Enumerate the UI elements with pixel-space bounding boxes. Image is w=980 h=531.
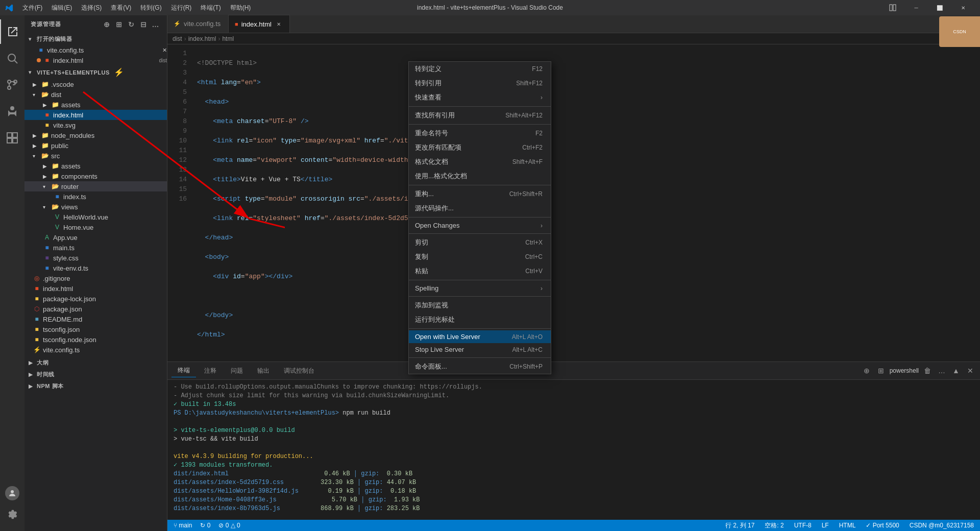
file-style-css[interactable]: ■ style.css — [24, 253, 167, 263]
file-package-lock-json[interactable]: ■ package-lock.json — [24, 294, 167, 304]
close-panel-btn[interactable]: ✕ — [965, 365, 976, 376]
ctx-add-watch[interactable]: 添加到监视 — [409, 298, 551, 312]
window-controls[interactable]: ─ ⬜ ✕ — [881, 0, 975, 15]
line-ending[interactable]: LF — [820, 522, 831, 529]
open-file-index-html[interactable]: ■ index.html dist — [24, 55, 167, 65]
ctx-rename[interactable]: 重命名符号F2 — [409, 126, 551, 140]
ctx-format-with[interactable]: 使用...格式化文档 — [409, 169, 551, 183]
folder-src-router[interactable]: ▾ 📂 router — [24, 181, 167, 191]
file-package-json[interactable]: ⬡ package.json — [24, 304, 167, 314]
extensions-activity-icon[interactable] — [0, 126, 24, 150]
ctx-copy[interactable]: 复制Ctrl+C — [409, 250, 551, 264]
menu-bar[interactable]: 文件(F) 编辑(E) 选择(S) 查看(V) 转到(G) 运行(R) 终端(T… — [18, 2, 255, 14]
file-helloworld-vue[interactable]: V HelloWorld.vue — [24, 212, 167, 222]
tab-close-btn[interactable]: ✕ — [275, 20, 283, 28]
file-home-vue[interactable]: V Home.vue — [24, 222, 167, 232]
ctx-quick-view[interactable]: 快速查看› — [409, 90, 551, 105]
kill-terminal-btn[interactable]: 🗑 — [922, 365, 933, 376]
file-tsconfig-json[interactable]: ■ tsconfig.json — [24, 324, 167, 334]
error-status[interactable]: ⊘ 0 △ 0 — [216, 522, 242, 529]
layout-btn[interactable] — [881, 0, 904, 15]
panel-tab-debug[interactable]: 调试控制台 — [278, 365, 321, 377]
maximize-panel-btn[interactable]: ▲ — [950, 365, 962, 376]
folder-public[interactable]: ▶ 📁 public — [24, 140, 167, 151]
panel-tab-problems[interactable]: 问题 — [225, 365, 249, 377]
file-vite-env-dts[interactable]: ■ vite-env.d.ts — [24, 263, 167, 273]
live-server-status[interactable]: ✓ Port 5500 — [864, 522, 901, 529]
menu-run[interactable]: 运行(R) — [167, 2, 196, 14]
ctx-stop-live-server[interactable]: Stop Live ServerAlt+L Alt+C — [409, 343, 551, 356]
tab-vite-config[interactable]: ⚡ vite.config.ts — [167, 15, 229, 33]
ctx-find-all-refs[interactable]: 查找所有引用Shift+Alt+F12 — [409, 108, 551, 123]
menu-help[interactable]: 帮助(H) — [226, 2, 255, 14]
timeline-section[interactable]: ▶ 时间线 — [24, 369, 167, 380]
encoding[interactable]: UTF-8 — [792, 522, 814, 529]
folder-src-components[interactable]: ▶ 📁 components — [24, 171, 167, 181]
npm-section[interactable]: ▶ NPM 脚本 — [24, 380, 167, 392]
ctx-command-palette[interactable]: 命令面板...Ctrl+Shift+P — [409, 359, 551, 374]
file-dist-index-html[interactable]: ■ index.html — [24, 110, 167, 120]
file-router-index-ts[interactable]: ■ index.ts — [24, 191, 167, 202]
more-terminal-btn[interactable]: … — [936, 365, 947, 376]
folder-node-modules[interactable]: ▶ 📁 node_modules — [24, 130, 167, 140]
panel-tab-comments[interactable]: 注释 — [198, 365, 223, 377]
git-activity-icon[interactable] — [0, 73, 24, 97]
code-content[interactable]: <!DOCTYPE html> <html lang="en"> <head> … — [193, 44, 980, 361]
refresh-btn[interactable]: ↻ — [126, 19, 136, 30]
split-terminal-btn[interactable]: ⊞ — [875, 365, 887, 376]
panel-tab-terminal[interactable]: 终端 — [172, 364, 196, 377]
breadcrumb-file[interactable]: index.html — [188, 35, 216, 42]
explorer-icon[interactable] — [0, 19, 24, 44]
file-gitignore[interactable]: ◎ .gitignore — [24, 273, 167, 283]
search-activity-icon[interactable] — [0, 46, 24, 70]
ctx-open-changes[interactable]: Open Changes› — [409, 219, 551, 232]
file-tsconfig-node-json[interactable]: ■ tsconfig.node.json — [24, 334, 167, 345]
file-vite-config-ts[interactable]: ⚡ vite.config.ts — [24, 345, 167, 355]
menu-select[interactable]: 选择(S) — [77, 2, 106, 14]
ctx-source-action[interactable]: 源代码操作... — [409, 201, 551, 215]
menu-terminal[interactable]: 终端(T) — [197, 2, 225, 14]
file-dist-vite-svg[interactable]: ■ vite.svg — [24, 120, 167, 130]
file-root-index-html[interactable]: ■ index.html — [24, 283, 167, 294]
file-main-ts[interactable]: ■ main.ts — [24, 243, 167, 253]
ctx-goto-definition[interactable]: 转到定义F12 — [409, 62, 551, 76]
open-file-vite-config[interactable]: ■ vite.config.ts ✕ — [24, 45, 167, 55]
folder-src-assets[interactable]: ▶ 📁 assets — [24, 161, 167, 171]
file-app-vue[interactable]: A App.vue — [24, 232, 167, 243]
minimize-btn[interactable]: ─ — [904, 0, 928, 15]
git-branch-status[interactable]: ⑂ main — [172, 522, 194, 529]
settings-activity-icon[interactable] — [0, 502, 24, 527]
menu-goto[interactable]: 转到(G) — [136, 2, 165, 14]
close-file-btn[interactable]: ✕ — [162, 47, 167, 54]
ctx-refactor[interactable]: 重构...Ctrl+Shift+R — [409, 187, 551, 201]
folder-src-views[interactable]: ▾ 📂 views — [24, 202, 167, 212]
outline-section[interactable]: ▶ 大纲 — [24, 357, 167, 369]
user-avatar[interactable] — [5, 486, 19, 500]
ctx-paste[interactable]: 粘贴Ctrl+V — [409, 264, 551, 278]
menu-edit[interactable]: 编辑(E) — [47, 2, 76, 14]
ctx-change-all[interactable]: 更改所有匹配项Ctrl+F2 — [409, 140, 551, 155]
ctx-run-to-cursor[interactable]: 运行到光标处 — [409, 312, 551, 327]
debug-activity-icon[interactable] — [0, 99, 24, 124]
tab-index-html[interactable]: ■ index.html ✕ — [229, 15, 290, 33]
menu-file[interactable]: 文件(F) — [18, 2, 46, 14]
open-editors-section[interactable]: ▾ 打开的编辑器 — [24, 33, 167, 45]
ctx-goto-reference[interactable]: 转到引用Shift+F12 — [409, 76, 551, 90]
language-mode[interactable]: HTML — [837, 522, 858, 529]
ctx-format-doc[interactable]: 格式化文档Shift+Alt+F — [409, 155, 551, 169]
new-file-btn[interactable]: ⊕ — [102, 19, 112, 30]
project-section[interactable]: ▾ VITE+TS+ELEMENTPLUS ⚡ — [24, 65, 167, 79]
new-folder-btn[interactable]: ⊞ — [114, 19, 124, 30]
file-readme-md[interactable]: ■ README.md — [24, 314, 167, 324]
sync-status[interactable]: ↻ 0 — [198, 522, 212, 529]
ctx-cut[interactable]: 剪切Ctrl+X — [409, 235, 551, 250]
more-actions-btn[interactable]: … — [151, 19, 161, 30]
ctx-spelling[interactable]: Spelling› — [409, 282, 551, 295]
breadcrumb-html[interactable]: html — [222, 35, 234, 42]
restore-btn[interactable]: ⬜ — [928, 0, 951, 15]
collapse-btn[interactable]: ⊟ — [138, 19, 149, 30]
folder-src[interactable]: ▾ 📂 src — [24, 151, 167, 161]
menu-view[interactable]: 查看(V) — [107, 2, 135, 14]
cursor-position[interactable]: 行 2, 列 17 — [723, 521, 756, 530]
terminal-content[interactable]: - Use build.rollupOptions.output.manualC… — [167, 380, 980, 520]
